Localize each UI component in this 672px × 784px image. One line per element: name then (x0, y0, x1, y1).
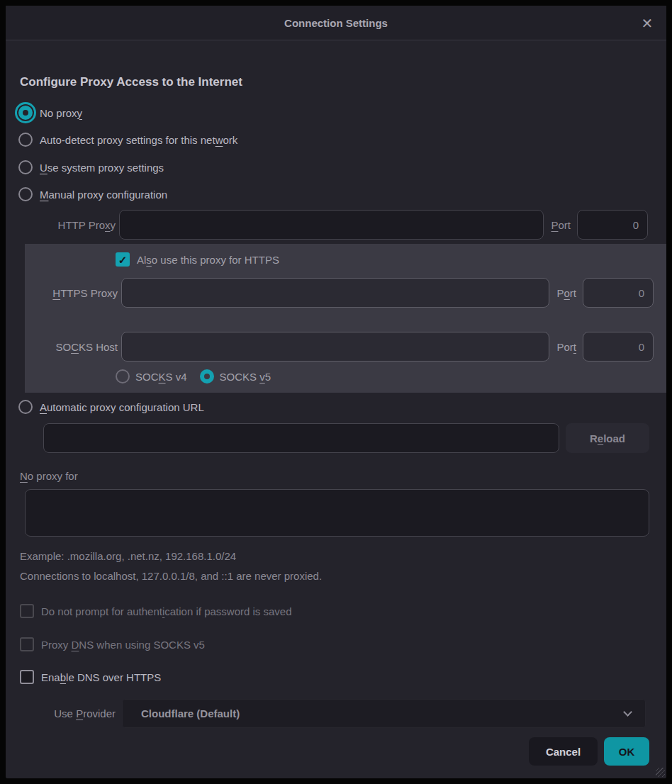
checkbox-label: Proxy DNS when using SOCKS v5 (41, 639, 205, 651)
auto-url-row: Reload (43, 423, 649, 453)
also-use-https-row[interactable]: ✓ Also use this proxy for HTTPS (116, 251, 279, 268)
reload-button[interactable]: Reload (566, 423, 649, 453)
connection-settings-dialog: Connection Settings ✕ Configure Proxy Ac… (6, 6, 666, 778)
no-prompt-auth-row: Do not prompt for authentication if pass… (20, 603, 292, 620)
radio-row-auto-detect[interactable]: Auto-detect proxy settings for this netw… (18, 129, 237, 150)
http-port-label: Port (551, 219, 571, 231)
auto-url-input[interactable] (43, 423, 559, 453)
dialog-titlebar: Connection Settings ✕ (6, 6, 666, 40)
radio-row-no-proxy[interactable]: No proxy (18, 102, 82, 123)
socks-port-label: Port (556, 341, 576, 353)
socks-host-input[interactable] (121, 332, 549, 362)
proxy-dns-socks5-row: Proxy DNS when using SOCKS v5 (20, 636, 205, 653)
provider-select[interactable]: Cloudflare (Default) (122, 699, 646, 728)
enable-doh-row[interactable]: Enable DNS over HTTPS (20, 668, 161, 685)
radio-socks-v5[interactable] (200, 369, 214, 383)
radio-system-proxy[interactable] (18, 160, 33, 174)
no-proxy-example-text: Example: .mozilla.org, .net.nz, 192.168.… (20, 550, 236, 562)
checkbox-label: Also use this proxy for HTTPS (137, 254, 279, 266)
socks-host-label: SOCKS Host (25, 341, 118, 353)
http-proxy-input[interactable] (119, 210, 544, 240)
http-port-input[interactable] (577, 210, 648, 240)
radio-row-manual-proxy[interactable]: Manual proxy configuration (18, 184, 167, 205)
checkbox-no-prompt-auth[interactable] (20, 604, 34, 618)
https-port-input[interactable] (583, 278, 654, 308)
no-proxy-for-label: No proxy for (20, 470, 78, 482)
radio-auto-detect[interactable] (18, 133, 33, 147)
radio-label: No proxy (40, 107, 82, 119)
radio-label: Manual proxy configuration (40, 189, 167, 201)
https-socks-section: ✓ Also use this proxy for HTTPS HTTPS Pr… (25, 244, 666, 393)
radio-auto-url[interactable] (18, 400, 33, 414)
radio-row-auto-url[interactable]: Automatic proxy configuration URL (18, 396, 204, 418)
http-proxy-row: HTTP Proxy Port (20, 210, 648, 240)
dialog-buttons: Cancel OK (529, 737, 649, 766)
checkbox-enable-doh[interactable] (20, 670, 34, 684)
https-proxy-label: HTTPS Proxy (25, 287, 118, 299)
https-port-label: Port (556, 287, 576, 299)
radio-label: Auto-detect proxy settings for this netw… (40, 134, 237, 146)
radio-label: SOCKS v4 (135, 371, 187, 383)
page-title: Configure Proxy Access to the Internet (20, 75, 242, 89)
radio-label: Use system proxy settings (40, 162, 164, 174)
radio-label: SOCKS v5 (220, 371, 271, 383)
checkbox-label: Do not prompt for authentication if pass… (41, 605, 292, 617)
resize-grip[interactable] (656, 768, 665, 777)
cancel-button[interactable]: Cancel (529, 737, 598, 766)
provider-selected-value: Cloudflare (Default) (141, 707, 625, 719)
https-proxy-input[interactable] (121, 278, 549, 308)
radio-socks-v4[interactable] (116, 369, 130, 383)
use-provider-label: Use Provider (20, 707, 116, 719)
radio-no-proxy[interactable] (18, 106, 33, 120)
close-icon: ✕ (642, 15, 654, 32)
http-proxy-label: HTTP Proxy (20, 219, 116, 231)
no-proxy-for-textarea[interactable] (25, 489, 649, 537)
provider-row: Use Provider Cloudflare (Default) (20, 699, 646, 728)
checkbox-proxy-dns[interactable] (20, 637, 34, 651)
socks-host-row: SOCKS Host Port (25, 332, 654, 362)
radio-manual-proxy[interactable] (18, 187, 33, 201)
socks-version-row: SOCKS v4 SOCKS v5 (116, 366, 271, 386)
socks-port-input[interactable] (583, 332, 654, 362)
dialog-title: Connection Settings (6, 6, 666, 40)
radio-label: Automatic proxy configuration URL (40, 401, 204, 413)
radio-row-system-proxy[interactable]: Use system proxy settings (18, 157, 164, 178)
checkbox-also-use-https[interactable]: ✓ (116, 252, 130, 267)
https-proxy-row: HTTPS Proxy Port (25, 278, 654, 308)
close-button[interactable]: ✕ (637, 13, 658, 34)
no-proxy-note-text: Connections to localhost, 127.0.0.1/8, a… (20, 570, 322, 582)
chevron-down-icon (623, 707, 632, 717)
check-icon: ✓ (118, 254, 128, 265)
checkbox-label: Enable DNS over HTTPS (41, 671, 161, 683)
ok-button[interactable]: OK (604, 737, 649, 766)
